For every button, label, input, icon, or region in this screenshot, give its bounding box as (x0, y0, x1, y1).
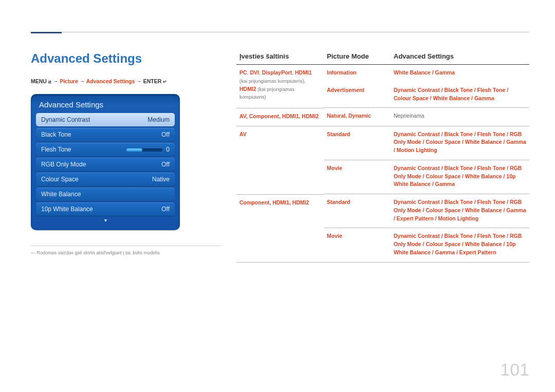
osd-row-white-balance[interactable]: White Balance (36, 188, 175, 201)
table-row: AV Standard Dynamic Contrast / Black Ton… (236, 126, 529, 160)
osd-row-flesh-tone[interactable]: Flesh Tone 0 (36, 143, 175, 156)
osd-row-dynamic-contrast[interactable]: Dynamic Contrast Medium (36, 113, 175, 126)
osd-value: Medium (147, 116, 170, 123)
osd-value: Off (161, 131, 170, 138)
osd-row-10p-white-balance[interactable]: 10p White Balance Off (36, 202, 175, 216)
osd-label: Dynamic Contrast (41, 116, 90, 123)
breadcrumb-advanced: Advanced Settings (86, 78, 135, 84)
menu-icon: ⧄ (48, 79, 51, 85)
osd-value: Off (161, 206, 170, 213)
table-row: Component, HDMI1, HDMI2 Standard Dynamic… (236, 194, 529, 228)
osd-panel: Advanced Settings Dynamic Contrast Mediu… (31, 94, 180, 230)
table-row: PC, DVI, DisplayPort, HDMI1 (kai prijung… (236, 65, 529, 82)
osd-label: RGB Only Mode (41, 161, 86, 168)
breadcrumb: MENU ⧄ → Picture → Advanced Settings → E… (31, 78, 221, 85)
footnote: Rodomas vaizdas gali skirtis atsižvelgia… (31, 250, 221, 255)
osd-label: Flesh Tone (41, 146, 71, 153)
osd-value: Native (152, 176, 170, 183)
divider (31, 246, 221, 246)
breadcrumb-picture: Picture (60, 78, 78, 84)
slider-fill (126, 148, 143, 152)
osd-label: Black Tone (41, 131, 71, 138)
osd-label: Colour Space (41, 176, 79, 183)
osd-value: Off (161, 161, 170, 168)
osd-label: 10p White Balance (41, 206, 93, 213)
breadcrumb-menu: MENU (31, 78, 47, 84)
chevron-down-icon[interactable]: ▾ (36, 217, 175, 223)
slider[interactable] (126, 148, 162, 152)
osd-title: Advanced Settings (36, 98, 175, 113)
section-title: Advanced Settings (31, 51, 221, 66)
top-rule (31, 32, 529, 32)
page-number: 101 (500, 360, 529, 380)
osd-row-colour-space[interactable]: Colour Space Native (36, 173, 175, 186)
table-row: AV, Component, HDMI1, HDMI2 Natural, Dyn… (236, 108, 529, 126)
breadcrumb-enter: ENTER (143, 78, 162, 84)
osd-row-rgb-only[interactable]: RGB Only Mode Off (36, 158, 175, 171)
osd-row-black-tone[interactable]: Black Tone Off (36, 128, 175, 141)
enter-icon: ↵ (163, 79, 167, 84)
th-advanced-settings: Advanced Settings (391, 51, 529, 65)
top-rule-accent (31, 32, 62, 33)
compatibility-table: Įvesties šaltinis Picture Mode Advanced … (236, 51, 529, 263)
th-input-source: Įvesties šaltinis (236, 51, 324, 65)
osd-label: White Balance (41, 191, 81, 198)
th-picture-mode: Picture Mode (324, 51, 391, 65)
osd-value-wrap: 0 (126, 146, 170, 153)
